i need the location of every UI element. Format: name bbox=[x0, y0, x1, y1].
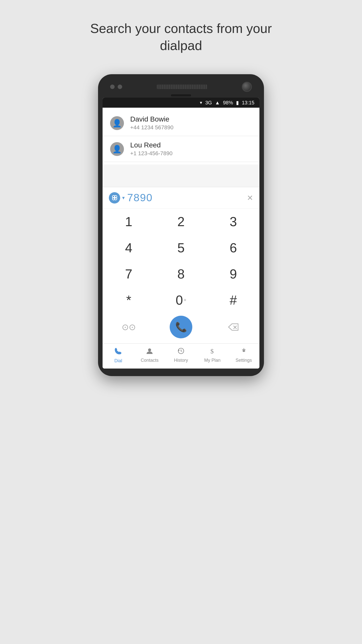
battery-icon: ▮ bbox=[236, 100, 239, 106]
key-5[interactable]: 5 bbox=[155, 235, 207, 261]
search-results: 👤 David Bowie +44 1234 567890 👤 Lou Reed… bbox=[103, 108, 259, 165]
time-display: 13:15 bbox=[242, 100, 254, 106]
dialpad-area: ▾ 7890 ✕ 1 2 3 4 5 6 7 8 9 * 0+ bbox=[103, 187, 259, 369]
nav-myplan[interactable]: $ My Plan bbox=[197, 347, 228, 364]
dial-action-row: ⊙⊙ 📞 bbox=[103, 313, 259, 343]
bottom-nav: Dial Contacts bbox=[103, 343, 259, 369]
contact-number-2: +1 123-456-7890 bbox=[130, 150, 172, 157]
contact-name-2: Lou Reed bbox=[130, 141, 172, 149]
contacts-nav-label: Contacts bbox=[141, 358, 159, 363]
key-hash[interactable]: # bbox=[207, 287, 259, 313]
myplan-nav-icon: $ bbox=[209, 347, 215, 356]
backspace-button[interactable] bbox=[207, 316, 259, 338]
camera-dot-2 bbox=[118, 85, 122, 89]
contact-info-2: Lou Reed +1 123-456-7890 bbox=[130, 141, 172, 157]
page-heading: Search your contacts from your dialpad bbox=[68, 20, 294, 54]
history-nav-icon bbox=[177, 347, 185, 356]
key-2[interactable]: 2 bbox=[155, 209, 207, 235]
avatar-2: 👤 bbox=[110, 142, 124, 156]
numpad-grid: 1 2 3 4 5 6 7 8 9 * 0+ # bbox=[103, 209, 259, 313]
nav-settings[interactable]: Settings bbox=[228, 347, 259, 364]
contacts-nav-icon bbox=[146, 347, 153, 356]
key-7[interactable]: 7 bbox=[103, 261, 155, 287]
dial-nav-icon bbox=[114, 347, 122, 357]
svg-text:$: $ bbox=[210, 348, 214, 354]
history-nav-label: History bbox=[174, 358, 188, 363]
contact-name-1: David Bowie bbox=[130, 115, 173, 123]
avatar-icon-1: 👤 bbox=[112, 119, 122, 128]
phone-top-hardware bbox=[103, 82, 259, 92]
backspace-icon bbox=[228, 323, 239, 331]
key-1[interactable]: 1 bbox=[103, 209, 155, 235]
nav-dial[interactable]: Dial bbox=[103, 347, 134, 364]
call-btn-circle[interactable]: 📞 bbox=[170, 316, 192, 338]
svg-point-6 bbox=[148, 348, 151, 351]
contact-info-1: David Bowie +44 1234 567890 bbox=[130, 115, 173, 131]
nav-history[interactable]: History bbox=[165, 347, 197, 364]
voicemail-button[interactable]: ⊙⊙ bbox=[103, 316, 155, 338]
key-4[interactable]: 4 bbox=[103, 235, 155, 261]
settings-nav-icon bbox=[240, 347, 247, 356]
dial-input-row: ▾ 7890 ✕ bbox=[103, 187, 259, 209]
key-3[interactable]: 3 bbox=[207, 209, 259, 235]
phone-device: ▾ 3G ▲ 98% ▮ 13:15 👤 David Bowie +44 123… bbox=[98, 74, 264, 376]
camera-dots bbox=[110, 85, 122, 89]
contact-number-1: +44 1234 567890 bbox=[130, 124, 173, 131]
key-0[interactable]: 0+ bbox=[155, 287, 207, 313]
myplan-nav-label: My Plan bbox=[204, 358, 220, 363]
phone-notch bbox=[171, 94, 191, 96]
status-bar: ▾ 3G ▲ 98% ▮ 13:15 bbox=[103, 98, 259, 108]
battery-pct: 98% bbox=[223, 100, 233, 106]
phone-call-icon: 📞 bbox=[175, 321, 187, 333]
settings-nav-label: Settings bbox=[236, 358, 252, 363]
camera-dot-1 bbox=[110, 85, 115, 89]
avatar-1: 👤 bbox=[110, 116, 124, 130]
signal-icon: ▲ bbox=[215, 100, 220, 106]
key-9[interactable]: 9 bbox=[207, 261, 259, 287]
speaker-grille bbox=[157, 85, 207, 89]
dial-logo[interactable] bbox=[109, 192, 120, 204]
network-type: 3G bbox=[205, 100, 212, 106]
spacer-area bbox=[103, 165, 259, 187]
screen: ▾ 3G ▲ 98% ▮ 13:15 👤 David Bowie +44 123… bbox=[103, 98, 259, 369]
contact-row-2[interactable]: 👤 Lou Reed +1 123-456-7890 bbox=[103, 136, 259, 162]
avatar-icon-2: 👤 bbox=[112, 145, 122, 153]
key-8[interactable]: 8 bbox=[155, 261, 207, 287]
dropdown-arrow-icon[interactable]: ▾ bbox=[122, 195, 125, 201]
camera-lens bbox=[242, 82, 252, 92]
clear-button[interactable]: ✕ bbox=[247, 193, 253, 202]
call-button[interactable]: 📞 bbox=[155, 316, 207, 338]
nav-contacts[interactable]: Contacts bbox=[134, 347, 165, 364]
wifi-icon: ▾ bbox=[200, 100, 202, 105]
contact-row-1[interactable]: 👤 David Bowie +44 1234 567890 bbox=[103, 110, 259, 136]
dial-nav-label: Dial bbox=[114, 358, 122, 364]
dial-number-display[interactable]: 7890 bbox=[127, 192, 247, 204]
key-6[interactable]: 6 bbox=[207, 235, 259, 261]
key-star[interactable]: * bbox=[103, 287, 155, 313]
voicemail-icon: ⊙⊙ bbox=[122, 322, 136, 332]
